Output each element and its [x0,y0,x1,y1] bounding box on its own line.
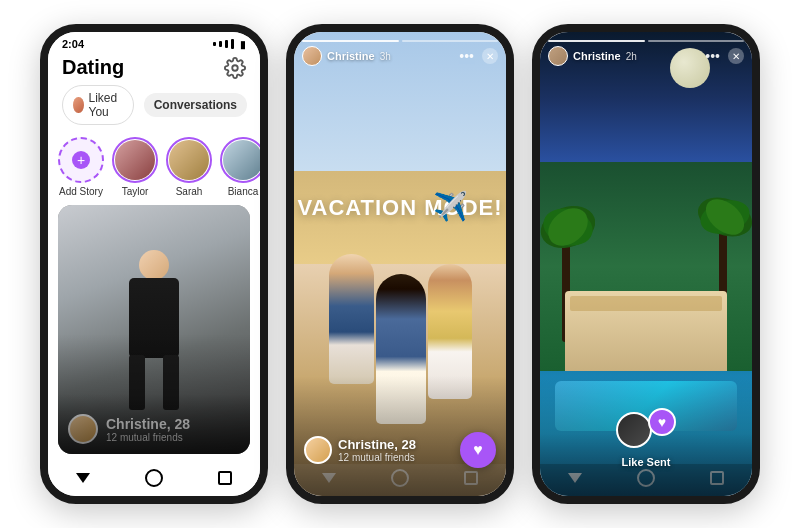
add-story-ring: + [58,137,104,183]
story-profile-avatar-2 [304,436,332,464]
recents-button[interactable] [218,471,232,485]
dating-home-screen: 2:04 ▮ Dating [48,32,260,496]
plane-emoji: ✈️ [433,190,468,223]
home-button[interactable] [145,469,163,487]
more-options-icon[interactable]: ••• [459,48,474,64]
sarah-label: Sarah [176,186,203,197]
signal-bar-4 [231,39,234,49]
like-sent-area: ♥ Like Sent [540,408,752,468]
add-story-plus: + [72,151,90,169]
story-avatar-3 [548,46,568,66]
bianca-ring [220,137,260,183]
close-story-button-3[interactable]: ✕ [728,48,744,64]
time-display: 2:04 [62,38,84,50]
status-bar-1: 2:04 ▮ [48,32,260,52]
story-add[interactable]: + Add Story [58,137,104,197]
building-roof [570,296,722,311]
like-sent-profile-avatar [616,412,652,448]
profile-card[interactable]: Christine, 28 12 mutual friends [58,205,250,454]
story-taylor[interactable]: Taylor [112,137,158,197]
conversations-tab[interactable]: Conversations [144,93,247,117]
sarah-ring [166,137,212,183]
story-username-3: Christine [573,50,621,62]
taylor-avatar [115,140,155,180]
vacation-text: VACATION MODE! [297,195,502,221]
story-screen-3: Christine 2h ••• ✕ ♥ [540,32,752,496]
app-header: Dating [48,52,260,85]
story-actions-3: ••• ✕ [705,48,744,64]
stories-row: + Add Story Taylor Sarah [48,133,260,205]
bianca-avatar [223,140,260,180]
back-button[interactable] [76,473,90,483]
like-sent-heart-icon: ♥ [648,408,676,436]
liked-you-label: Liked You [89,91,123,119]
resort-trees-area [540,162,752,371]
progress-bars-2 [302,40,498,42]
story-actions-2: ••• ✕ [459,48,498,64]
story-time-3: 2h [626,51,637,62]
phone-3: Christine 2h ••• ✕ ♥ [532,24,760,504]
phone-frame-2: Christine 3h ••• ✕ VACATION MODE! ✈️ [286,24,514,504]
like-sent-container: ♥ Like Sent [616,408,676,468]
signal-bar-1 [213,42,216,46]
phone-1: 2:04 ▮ Dating [40,24,268,504]
phone-2: Christine 3h ••• ✕ VACATION MODE! ✈️ [286,24,514,504]
story-profile-name-2: Christine, 28 [338,437,416,452]
progress-bars-3 [548,40,744,42]
more-options-icon-3[interactable]: ••• [705,48,720,64]
phone-frame-1: 2:04 ▮ Dating [40,24,268,504]
phone-frame-3: Christine 2h ••• ✕ ♥ [532,24,760,504]
svg-point-0 [232,65,238,71]
conversations-label: Conversations [154,98,237,112]
story-profile-row: Christine, 28 12 mutual friends [304,436,416,464]
app-title: Dating [62,56,124,79]
story-user-2: Christine 3h [302,46,391,66]
story-username-2: Christine [327,50,375,62]
like-heart-button[interactable]: ♥ [460,432,496,468]
story-user-3: Christine 2h [548,46,637,66]
story-profile-info-2: Christine, 28 12 mutual friends [338,437,416,463]
status-icons: ▮ [213,39,246,50]
story-screen-2: Christine 3h ••• ✕ VACATION MODE! ✈️ [294,32,506,496]
story-top-info-2: Christine 3h ••• ✕ [302,46,498,66]
story-sarah[interactable]: Sarah [166,137,212,197]
head [139,250,169,280]
story-time-2: 3h [380,51,391,62]
story-top-bar-3: Christine 2h ••• ✕ [540,32,752,70]
tabs-row: Liked You Conversations [48,85,260,133]
battery-icon: ▮ [240,39,246,50]
sarah-avatar [169,140,209,180]
story-top-info-3: Christine 2h ••• ✕ [548,46,744,66]
gear-icon[interactable] [224,57,246,79]
liked-you-tab[interactable]: Liked You [62,85,134,125]
like-sent-label: Like Sent [622,456,671,468]
bianca-label: Bianca [228,186,259,197]
profile-gradient-overlay [58,334,250,454]
progress-3-2 [648,40,745,42]
close-story-button[interactable]: ✕ [482,48,498,64]
progress-3-1 [548,40,645,42]
add-story-label: Add Story [59,186,103,197]
progress-2 [402,40,499,42]
story-bianca[interactable]: Bianca [220,137,260,197]
nav-bar-1 [48,464,260,496]
person-1-silhouette [329,254,374,384]
story-top-bar-2: Christine 3h ••• ✕ [294,32,506,70]
story-mutual-2: 12 mutual friends [338,452,416,463]
signal-bar-2 [219,41,222,47]
liked-you-avatar [73,97,84,113]
taylor-label: Taylor [122,186,149,197]
resort-building [565,291,727,371]
taylor-ring [112,137,158,183]
like-sent-avatar-stack: ♥ [616,408,676,452]
signal-bar-3 [225,40,228,48]
progress-1 [302,40,399,42]
story-avatar-2 [302,46,322,66]
story-bottom-bar-2: Christine, 28 12 mutual friends ♥ [294,432,506,468]
